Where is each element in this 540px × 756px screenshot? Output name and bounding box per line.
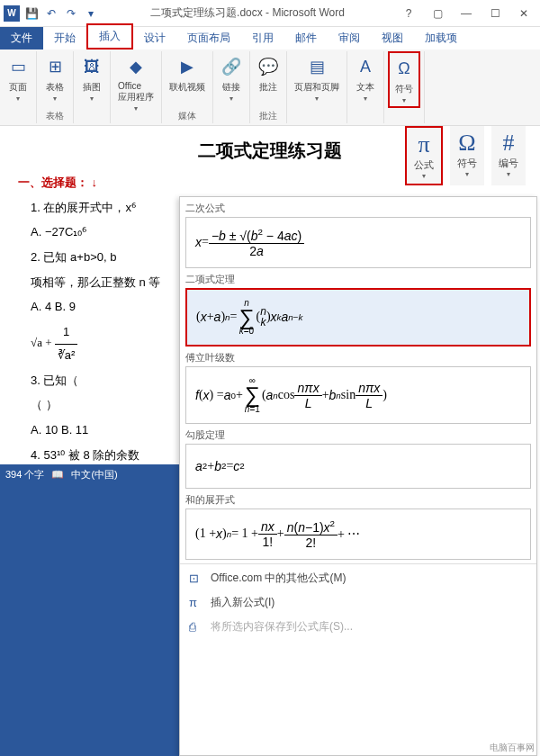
office-apps-button[interactable]: ◆Office 应用程序▾ bbox=[114, 51, 158, 114]
tab-references[interactable]: 引用 bbox=[241, 27, 284, 50]
undo-icon[interactable]: ↶ bbox=[43, 5, 59, 22]
gallery-section-title: 和的展开式 bbox=[185, 489, 531, 508]
tab-mailings[interactable]: 邮件 bbox=[284, 27, 328, 50]
link-icon: 🔗 bbox=[220, 53, 242, 80]
equation-expansion[interactable]: (1 + x)n = 1 + nx1! + n(n−1)x22! + ⋯ bbox=[185, 508, 531, 560]
chevron-down-icon: ▾ bbox=[465, 170, 469, 178]
tab-design[interactable]: 设计 bbox=[133, 27, 176, 50]
background-area bbox=[0, 484, 179, 756]
more-equations-office[interactable]: ⊡Office.com 中的其他公式(M) bbox=[180, 566, 536, 590]
qat-dropdown-icon[interactable]: ▾ bbox=[83, 5, 99, 22]
chevron-down-icon: ▾ bbox=[230, 94, 233, 103]
insert-new-equation[interactable]: π插入新公式(I) bbox=[180, 590, 536, 615]
gallery-section-title: 傅立叶级数 bbox=[185, 346, 531, 366]
video-icon: ▶ bbox=[176, 53, 198, 80]
comment-icon: 💬 bbox=[257, 53, 279, 80]
header-footer-button[interactable]: ▤页眉和页脚▾ bbox=[291, 51, 343, 104]
ribbon: ▭页面▾ ⊞表格▾表格 🖼插图▾ ◆Office 应用程序▾ ▶联机视频媒体 🔗… bbox=[0, 50, 540, 126]
pi-icon: π bbox=[189, 596, 203, 609]
equation-pythagorean[interactable]: a2 + b2 = c2 bbox=[185, 444, 531, 489]
ribbon-options-button[interactable]: ▢ bbox=[425, 4, 450, 22]
header-footer-icon: ▤ bbox=[306, 53, 328, 80]
language[interactable]: 中文(中国) bbox=[71, 468, 117, 482]
links-button[interactable]: 🔗链接▾ bbox=[217, 51, 246, 104]
save-to-gallery[interactable]: ⎙将所选内容保存到公式库(S)... bbox=[180, 615, 536, 639]
chevron-down-icon: ▾ bbox=[402, 96, 406, 104]
chevron-down-icon: ▾ bbox=[53, 94, 57, 103]
maximize-button[interactable]: ☐ bbox=[482, 4, 508, 22]
statusbar: 394 个字 📖 中文(中国) bbox=[0, 464, 179, 484]
chevron-down-icon: ▾ bbox=[16, 94, 20, 103]
illustrations-button[interactable]: 🖼插图▾ bbox=[77, 51, 106, 104]
help-button[interactable]: ? bbox=[396, 4, 421, 22]
chevron-down-icon: ▾ bbox=[507, 170, 510, 178]
tab-review[interactable]: 审阅 bbox=[328, 27, 371, 50]
table-icon: ⊞ bbox=[44, 53, 66, 80]
watermark: 电脑百事网 bbox=[490, 742, 535, 754]
equation-ribbon: π公式▾ Ω符号▾ #编号▾ bbox=[405, 126, 526, 185]
save-icon: ⎙ bbox=[189, 620, 203, 634]
pages-icon: ▭ bbox=[7, 53, 29, 80]
apps-icon: ◆ bbox=[125, 53, 147, 80]
tab-insert[interactable]: 插入 bbox=[86, 23, 133, 50]
comment-button[interactable]: 💬批注 bbox=[254, 51, 283, 95]
picture-icon: 🖼 bbox=[81, 53, 103, 80]
pi-icon: π bbox=[418, 131, 429, 158]
chevron-down-icon: ▾ bbox=[315, 94, 319, 103]
tab-layout[interactable]: 页面布局 bbox=[176, 27, 241, 50]
chevron-down-icon: ▾ bbox=[422, 172, 426, 180]
chevron-down-icon: ▾ bbox=[364, 94, 367, 103]
gallery-section-title: 二项式定理 bbox=[185, 268, 531, 288]
chevron-down-icon: ▾ bbox=[90, 94, 94, 103]
equation-button[interactable]: π公式▾ bbox=[405, 126, 443, 185]
gallery-section-title: 勾股定理 bbox=[185, 424, 531, 444]
app-icon: W bbox=[4, 5, 20, 22]
tab-file[interactable]: 文件 bbox=[0, 27, 43, 50]
equation-quadratic[interactable]: x = −b ± √(b2 − 4ac)2a bbox=[185, 217, 531, 268]
minimize-button[interactable]: — bbox=[454, 4, 479, 22]
omega-icon: Ω bbox=[458, 130, 475, 157]
window-title: 二项式定理练习题.docx - Microsoft Word bbox=[99, 5, 396, 21]
symbol-button[interactable]: Ω符号▾ bbox=[450, 126, 484, 185]
redo-icon[interactable]: ↷ bbox=[63, 5, 79, 22]
text-button[interactable]: A文本▾ bbox=[351, 51, 380, 104]
omega-icon: Ω bbox=[393, 55, 415, 82]
text-icon: A bbox=[355, 53, 376, 80]
save-icon[interactable]: 💾 bbox=[23, 5, 40, 22]
number-button[interactable]: #编号▾ bbox=[491, 126, 526, 185]
hash-icon: # bbox=[503, 130, 515, 157]
word-count[interactable]: 394 个字 bbox=[5, 468, 44, 482]
chevron-down-icon: ▾ bbox=[134, 104, 138, 112]
gallery-section-title: 二次公式 bbox=[185, 197, 531, 217]
equation-fourier[interactable]: f(x) = a0 + ∞∑n=1 (an cosnπxL + bn sinnπ… bbox=[185, 366, 531, 424]
close-button[interactable]: ✕ bbox=[511, 4, 536, 22]
table-button[interactable]: ⊞表格▾ bbox=[40, 51, 69, 104]
online-video-button[interactable]: ▶联机视频 bbox=[166, 51, 209, 95]
pages-button[interactable]: ▭页面▾ bbox=[4, 51, 32, 104]
symbols-button[interactable]: Ω符号▾ bbox=[388, 51, 420, 108]
equation-binomial[interactable]: (x + a)n = n∑k=0 (nk) xkan−k bbox=[185, 288, 531, 347]
tab-home[interactable]: 开始 bbox=[43, 27, 86, 50]
tab-addins[interactable]: 加载项 bbox=[414, 27, 468, 50]
ribbon-tabs: 文件 开始 插入 设计 页面布局 引用 邮件 审阅 视图 加载项 bbox=[0, 27, 540, 50]
equation-gallery: 二次公式 x = −b ± √(b2 − 4ac)2a 二项式定理 (x + a… bbox=[179, 196, 537, 756]
tab-view[interactable]: 视图 bbox=[371, 27, 414, 50]
proofing-icon[interactable]: 📖 bbox=[51, 469, 64, 481]
grid-icon: ⊡ bbox=[189, 572, 203, 585]
